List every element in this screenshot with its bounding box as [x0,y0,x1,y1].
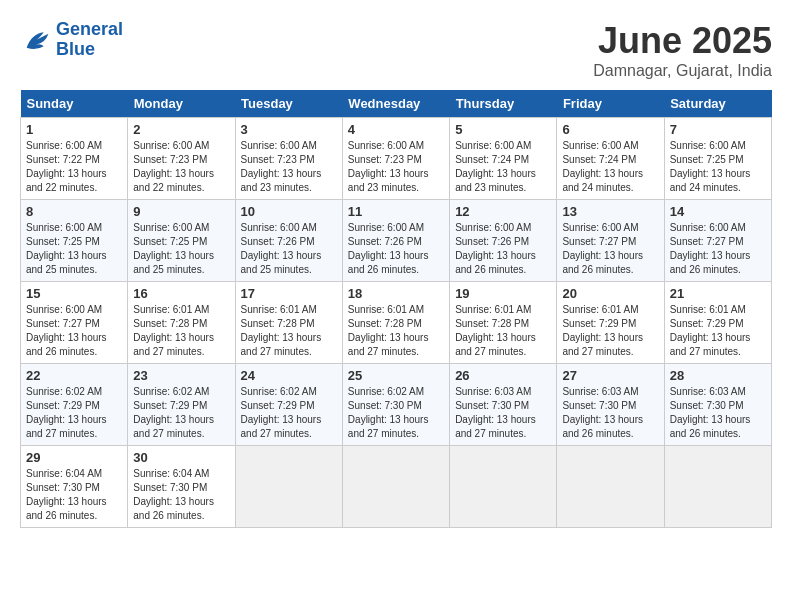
day-cell: 26 Sunrise: 6:03 AM Sunset: 7:30 PM Dayl… [450,364,557,446]
empty-cell [557,446,664,528]
day-cell: 11 Sunrise: 6:00 AM Sunset: 7:26 PM Dayl… [342,200,449,282]
day-info: Sunrise: 6:00 AM Sunset: 7:23 PM Dayligh… [133,139,229,195]
calendar-table: Sunday Monday Tuesday Wednesday Thursday… [20,90,772,528]
month-title: June 2025 [593,20,772,62]
day-cell: 12 Sunrise: 6:00 AM Sunset: 7:26 PM Dayl… [450,200,557,282]
logo-line2: Blue [56,39,95,59]
day-cell: 6 Sunrise: 6:00 AM Sunset: 7:24 PM Dayli… [557,118,664,200]
day-cell: 23 Sunrise: 6:02 AM Sunset: 7:29 PM Dayl… [128,364,235,446]
day-info: Sunrise: 6:01 AM Sunset: 7:28 PM Dayligh… [241,303,337,359]
day-info: Sunrise: 6:02 AM Sunset: 7:29 PM Dayligh… [241,385,337,441]
day-cell: 27 Sunrise: 6:03 AM Sunset: 7:30 PM Dayl… [557,364,664,446]
col-saturday: Saturday [664,90,771,118]
day-info: Sunrise: 6:02 AM Sunset: 7:29 PM Dayligh… [26,385,122,441]
day-number: 17 [241,286,337,301]
day-number: 4 [348,122,444,137]
day-number: 25 [348,368,444,383]
day-info: Sunrise: 6:00 AM Sunset: 7:27 PM Dayligh… [562,221,658,277]
day-cell: 4 Sunrise: 6:00 AM Sunset: 7:23 PM Dayli… [342,118,449,200]
day-info: Sunrise: 6:00 AM Sunset: 7:26 PM Dayligh… [348,221,444,277]
day-info: Sunrise: 6:04 AM Sunset: 7:30 PM Dayligh… [133,467,229,523]
day-number: 19 [455,286,551,301]
day-cell: 17 Sunrise: 6:01 AM Sunset: 7:28 PM Dayl… [235,282,342,364]
day-cell: 8 Sunrise: 6:00 AM Sunset: 7:25 PM Dayli… [21,200,128,282]
day-number: 2 [133,122,229,137]
day-cell: 7 Sunrise: 6:00 AM Sunset: 7:25 PM Dayli… [664,118,771,200]
day-info: Sunrise: 6:02 AM Sunset: 7:29 PM Dayligh… [133,385,229,441]
empty-cell [450,446,557,528]
day-cell: 10 Sunrise: 6:00 AM Sunset: 7:26 PM Dayl… [235,200,342,282]
day-cell: 29 Sunrise: 6:04 AM Sunset: 7:30 PM Dayl… [21,446,128,528]
day-number: 30 [133,450,229,465]
day-cell: 2 Sunrise: 6:00 AM Sunset: 7:23 PM Dayli… [128,118,235,200]
day-number: 26 [455,368,551,383]
day-number: 22 [26,368,122,383]
day-info: Sunrise: 6:00 AM Sunset: 7:22 PM Dayligh… [26,139,122,195]
calendar-week-row: 29 Sunrise: 6:04 AM Sunset: 7:30 PM Dayl… [21,446,772,528]
day-number: 6 [562,122,658,137]
day-info: Sunrise: 6:00 AM Sunset: 7:24 PM Dayligh… [562,139,658,195]
day-number: 27 [562,368,658,383]
col-tuesday: Tuesday [235,90,342,118]
day-info: Sunrise: 6:01 AM Sunset: 7:28 PM Dayligh… [348,303,444,359]
title-block: June 2025 Damnagar, Gujarat, India [593,20,772,80]
day-cell: 14 Sunrise: 6:00 AM Sunset: 7:27 PM Dayl… [664,200,771,282]
day-cell: 16 Sunrise: 6:01 AM Sunset: 7:28 PM Dayl… [128,282,235,364]
day-number: 28 [670,368,766,383]
day-info: Sunrise: 6:00 AM Sunset: 7:25 PM Dayligh… [133,221,229,277]
col-friday: Friday [557,90,664,118]
day-info: Sunrise: 6:01 AM Sunset: 7:28 PM Dayligh… [133,303,229,359]
day-cell: 22 Sunrise: 6:02 AM Sunset: 7:29 PM Dayl… [21,364,128,446]
day-number: 9 [133,204,229,219]
day-cell: 19 Sunrise: 6:01 AM Sunset: 7:28 PM Dayl… [450,282,557,364]
day-cell: 24 Sunrise: 6:02 AM Sunset: 7:29 PM Dayl… [235,364,342,446]
day-number: 29 [26,450,122,465]
day-info: Sunrise: 6:01 AM Sunset: 7:28 PM Dayligh… [455,303,551,359]
day-info: Sunrise: 6:00 AM Sunset: 7:25 PM Dayligh… [670,139,766,195]
day-number: 10 [241,204,337,219]
logo-line1: General [56,19,123,39]
day-info: Sunrise: 6:02 AM Sunset: 7:30 PM Dayligh… [348,385,444,441]
day-cell: 20 Sunrise: 6:01 AM Sunset: 7:29 PM Dayl… [557,282,664,364]
day-cell: 13 Sunrise: 6:00 AM Sunset: 7:27 PM Dayl… [557,200,664,282]
day-cell: 3 Sunrise: 6:00 AM Sunset: 7:23 PM Dayli… [235,118,342,200]
day-info: Sunrise: 6:00 AM Sunset: 7:23 PM Dayligh… [241,139,337,195]
day-info: Sunrise: 6:01 AM Sunset: 7:29 PM Dayligh… [670,303,766,359]
col-wednesday: Wednesday [342,90,449,118]
day-number: 14 [670,204,766,219]
day-number: 21 [670,286,766,301]
day-number: 13 [562,204,658,219]
logo-text: General Blue [56,20,123,60]
empty-cell [342,446,449,528]
col-monday: Monday [128,90,235,118]
day-info: Sunrise: 6:00 AM Sunset: 7:23 PM Dayligh… [348,139,444,195]
day-info: Sunrise: 6:04 AM Sunset: 7:30 PM Dayligh… [26,467,122,523]
day-number: 20 [562,286,658,301]
logo: General Blue [20,20,123,60]
day-info: Sunrise: 6:03 AM Sunset: 7:30 PM Dayligh… [455,385,551,441]
day-info: Sunrise: 6:03 AM Sunset: 7:30 PM Dayligh… [562,385,658,441]
day-cell: 15 Sunrise: 6:00 AM Sunset: 7:27 PM Dayl… [21,282,128,364]
day-cell: 30 Sunrise: 6:04 AM Sunset: 7:30 PM Dayl… [128,446,235,528]
empty-cell [235,446,342,528]
day-cell: 1 Sunrise: 6:00 AM Sunset: 7:22 PM Dayli… [21,118,128,200]
logo-icon [20,26,52,54]
col-thursday: Thursday [450,90,557,118]
day-number: 5 [455,122,551,137]
day-number: 24 [241,368,337,383]
day-cell: 28 Sunrise: 6:03 AM Sunset: 7:30 PM Dayl… [664,364,771,446]
calendar-week-row: 15 Sunrise: 6:00 AM Sunset: 7:27 PM Dayl… [21,282,772,364]
day-cell: 9 Sunrise: 6:00 AM Sunset: 7:25 PM Dayli… [128,200,235,282]
day-number: 15 [26,286,122,301]
calendar-header-row: Sunday Monday Tuesday Wednesday Thursday… [21,90,772,118]
day-info: Sunrise: 6:00 AM Sunset: 7:26 PM Dayligh… [455,221,551,277]
day-info: Sunrise: 6:00 AM Sunset: 7:27 PM Dayligh… [670,221,766,277]
day-number: 8 [26,204,122,219]
day-cell: 21 Sunrise: 6:01 AM Sunset: 7:29 PM Dayl… [664,282,771,364]
page-header: General Blue June 2025 Damnagar, Gujarat… [20,20,772,80]
day-number: 3 [241,122,337,137]
col-sunday: Sunday [21,90,128,118]
calendar-week-row: 8 Sunrise: 6:00 AM Sunset: 7:25 PM Dayli… [21,200,772,282]
day-number: 18 [348,286,444,301]
day-number: 7 [670,122,766,137]
